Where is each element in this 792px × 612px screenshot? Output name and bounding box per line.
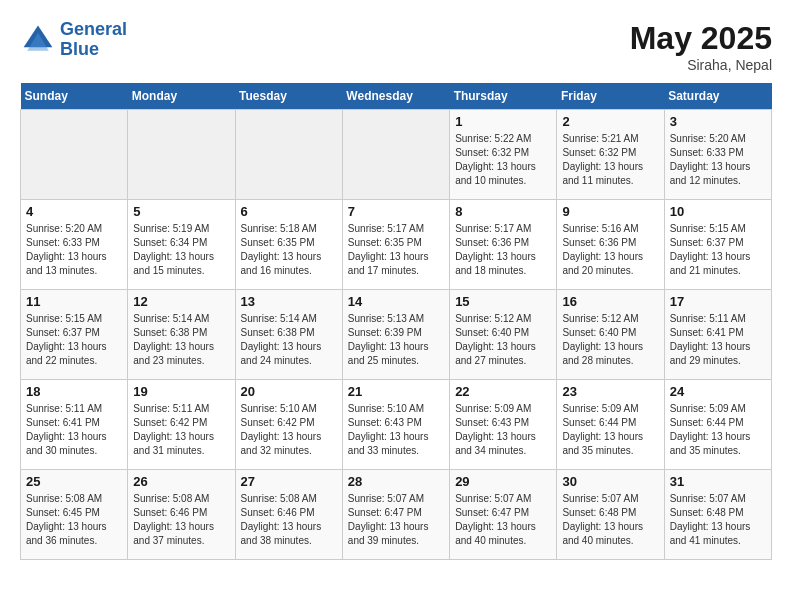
cell-content: Sunrise: 5:16 AM Sunset: 6:36 PM Dayligh…: [562, 222, 658, 278]
cell-content: Sunrise: 5:14 AM Sunset: 6:38 PM Dayligh…: [133, 312, 229, 368]
header-sunday: Sunday: [21, 83, 128, 110]
day-number: 30: [562, 474, 658, 489]
cell-content: Sunrise: 5:11 AM Sunset: 6:42 PM Dayligh…: [133, 402, 229, 458]
cell-content: Sunrise: 5:14 AM Sunset: 6:38 PM Dayligh…: [241, 312, 337, 368]
table-cell: 15Sunrise: 5:12 AM Sunset: 6:40 PM Dayli…: [450, 290, 557, 380]
cell-content: Sunrise: 5:15 AM Sunset: 6:37 PM Dayligh…: [670, 222, 766, 278]
cell-content: Sunrise: 5:17 AM Sunset: 6:36 PM Dayligh…: [455, 222, 551, 278]
day-number: 15: [455, 294, 551, 309]
day-number: 7: [348, 204, 444, 219]
cell-content: Sunrise: 5:09 AM Sunset: 6:44 PM Dayligh…: [562, 402, 658, 458]
table-cell: 23Sunrise: 5:09 AM Sunset: 6:44 PM Dayli…: [557, 380, 664, 470]
table-cell: 1Sunrise: 5:22 AM Sunset: 6:32 PM Daylig…: [450, 110, 557, 200]
table-cell: 20Sunrise: 5:10 AM Sunset: 6:42 PM Dayli…: [235, 380, 342, 470]
logo-icon: [20, 22, 56, 58]
day-number: 22: [455, 384, 551, 399]
day-number: 18: [26, 384, 122, 399]
table-cell: 3Sunrise: 5:20 AM Sunset: 6:33 PM Daylig…: [664, 110, 771, 200]
cell-content: Sunrise: 5:17 AM Sunset: 6:35 PM Dayligh…: [348, 222, 444, 278]
table-cell: 2Sunrise: 5:21 AM Sunset: 6:32 PM Daylig…: [557, 110, 664, 200]
cell-content: Sunrise: 5:21 AM Sunset: 6:32 PM Dayligh…: [562, 132, 658, 188]
table-cell: 4Sunrise: 5:20 AM Sunset: 6:33 PM Daylig…: [21, 200, 128, 290]
day-number: 29: [455, 474, 551, 489]
cell-content: Sunrise: 5:20 AM Sunset: 6:33 PM Dayligh…: [26, 222, 122, 278]
day-number: 3: [670, 114, 766, 129]
day-number: 11: [26, 294, 122, 309]
day-number: 24: [670, 384, 766, 399]
day-number: 23: [562, 384, 658, 399]
header-row: Sunday Monday Tuesday Wednesday Thursday…: [21, 83, 772, 110]
table-cell: 27Sunrise: 5:08 AM Sunset: 6:46 PM Dayli…: [235, 470, 342, 560]
logo-text: General Blue: [60, 20, 127, 60]
cell-content: Sunrise: 5:13 AM Sunset: 6:39 PM Dayligh…: [348, 312, 444, 368]
day-number: 28: [348, 474, 444, 489]
day-number: 5: [133, 204, 229, 219]
day-number: 21: [348, 384, 444, 399]
header-wednesday: Wednesday: [342, 83, 449, 110]
week-row-0: 1Sunrise: 5:22 AM Sunset: 6:32 PM Daylig…: [21, 110, 772, 200]
logo-line2: Blue: [60, 39, 99, 59]
cell-content: Sunrise: 5:19 AM Sunset: 6:34 PM Dayligh…: [133, 222, 229, 278]
day-number: 17: [670, 294, 766, 309]
table-cell: 21Sunrise: 5:10 AM Sunset: 6:43 PM Dayli…: [342, 380, 449, 470]
day-number: 25: [26, 474, 122, 489]
calendar-table: Sunday Monday Tuesday Wednesday Thursday…: [20, 83, 772, 560]
table-cell: 10Sunrise: 5:15 AM Sunset: 6:37 PM Dayli…: [664, 200, 771, 290]
table-cell: 18Sunrise: 5:11 AM Sunset: 6:41 PM Dayli…: [21, 380, 128, 470]
day-number: 26: [133, 474, 229, 489]
table-cell: 24Sunrise: 5:09 AM Sunset: 6:44 PM Dayli…: [664, 380, 771, 470]
day-number: 31: [670, 474, 766, 489]
table-cell: 5Sunrise: 5:19 AM Sunset: 6:34 PM Daylig…: [128, 200, 235, 290]
month-year: May 2025: [630, 20, 772, 57]
table-cell: [21, 110, 128, 200]
header-friday: Friday: [557, 83, 664, 110]
table-cell: 8Sunrise: 5:17 AM Sunset: 6:36 PM Daylig…: [450, 200, 557, 290]
cell-content: Sunrise: 5:08 AM Sunset: 6:45 PM Dayligh…: [26, 492, 122, 548]
table-cell: 17Sunrise: 5:11 AM Sunset: 6:41 PM Dayli…: [664, 290, 771, 380]
week-row-2: 11Sunrise: 5:15 AM Sunset: 6:37 PM Dayli…: [21, 290, 772, 380]
day-number: 27: [241, 474, 337, 489]
page-header: General Blue May 2025 Siraha, Nepal: [20, 20, 772, 73]
day-number: 20: [241, 384, 337, 399]
title-block: May 2025 Siraha, Nepal: [630, 20, 772, 73]
logo-line1: General: [60, 19, 127, 39]
cell-content: Sunrise: 5:11 AM Sunset: 6:41 PM Dayligh…: [670, 312, 766, 368]
table-cell: [128, 110, 235, 200]
cell-content: Sunrise: 5:11 AM Sunset: 6:41 PM Dayligh…: [26, 402, 122, 458]
table-cell: [235, 110, 342, 200]
day-number: 4: [26, 204, 122, 219]
cell-content: Sunrise: 5:08 AM Sunset: 6:46 PM Dayligh…: [241, 492, 337, 548]
table-cell: 9Sunrise: 5:16 AM Sunset: 6:36 PM Daylig…: [557, 200, 664, 290]
header-tuesday: Tuesday: [235, 83, 342, 110]
cell-content: Sunrise: 5:12 AM Sunset: 6:40 PM Dayligh…: [455, 312, 551, 368]
table-cell: 28Sunrise: 5:07 AM Sunset: 6:47 PM Dayli…: [342, 470, 449, 560]
cell-content: Sunrise: 5:09 AM Sunset: 6:44 PM Dayligh…: [670, 402, 766, 458]
table-cell: 13Sunrise: 5:14 AM Sunset: 6:38 PM Dayli…: [235, 290, 342, 380]
day-number: 16: [562, 294, 658, 309]
day-number: 19: [133, 384, 229, 399]
day-number: 10: [670, 204, 766, 219]
cell-content: Sunrise: 5:09 AM Sunset: 6:43 PM Dayligh…: [455, 402, 551, 458]
table-cell: 26Sunrise: 5:08 AM Sunset: 6:46 PM Dayli…: [128, 470, 235, 560]
day-number: 2: [562, 114, 658, 129]
table-cell: 25Sunrise: 5:08 AM Sunset: 6:45 PM Dayli…: [21, 470, 128, 560]
day-number: 13: [241, 294, 337, 309]
cell-content: Sunrise: 5:15 AM Sunset: 6:37 PM Dayligh…: [26, 312, 122, 368]
cell-content: Sunrise: 5:18 AM Sunset: 6:35 PM Dayligh…: [241, 222, 337, 278]
header-saturday: Saturday: [664, 83, 771, 110]
cell-content: Sunrise: 5:22 AM Sunset: 6:32 PM Dayligh…: [455, 132, 551, 188]
cell-content: Sunrise: 5:07 AM Sunset: 6:47 PM Dayligh…: [348, 492, 444, 548]
table-cell: 19Sunrise: 5:11 AM Sunset: 6:42 PM Dayli…: [128, 380, 235, 470]
table-cell: 6Sunrise: 5:18 AM Sunset: 6:35 PM Daylig…: [235, 200, 342, 290]
week-row-3: 18Sunrise: 5:11 AM Sunset: 6:41 PM Dayli…: [21, 380, 772, 470]
cell-content: Sunrise: 5:07 AM Sunset: 6:48 PM Dayligh…: [670, 492, 766, 548]
table-cell: 22Sunrise: 5:09 AM Sunset: 6:43 PM Dayli…: [450, 380, 557, 470]
table-cell: 14Sunrise: 5:13 AM Sunset: 6:39 PM Dayli…: [342, 290, 449, 380]
header-monday: Monday: [128, 83, 235, 110]
day-number: 1: [455, 114, 551, 129]
cell-content: Sunrise: 5:20 AM Sunset: 6:33 PM Dayligh…: [670, 132, 766, 188]
location: Siraha, Nepal: [630, 57, 772, 73]
table-cell: 11Sunrise: 5:15 AM Sunset: 6:37 PM Dayli…: [21, 290, 128, 380]
logo: General Blue: [20, 20, 127, 60]
week-row-1: 4Sunrise: 5:20 AM Sunset: 6:33 PM Daylig…: [21, 200, 772, 290]
